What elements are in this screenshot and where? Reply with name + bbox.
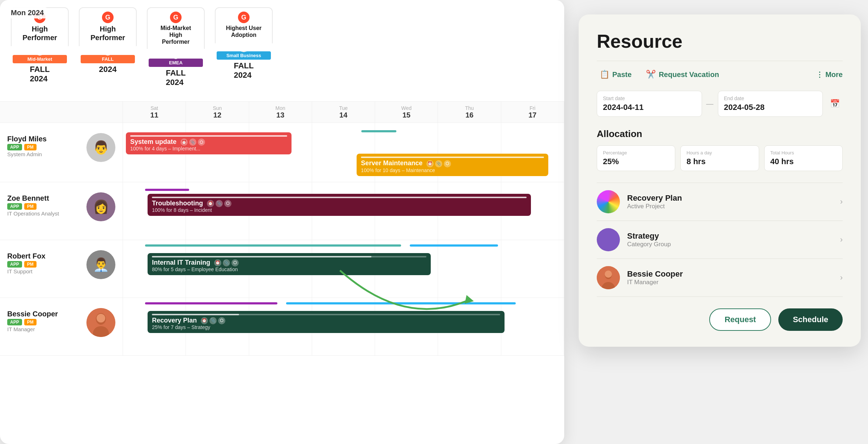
schedule-button[interactable]: Schedule [778,308,843,331]
tag-pm-floyd: PM [24,144,37,150]
end-date-field[interactable]: End date 2024-05-28 [718,91,823,117]
task-server-maintenance[interactable]: Server Maintenance ⏰ 📎 ⬡ 100% for 10 day… [357,154,548,176]
recovery-plan-sub: Active Project [627,203,833,210]
day-mon: Mon 13 [249,101,312,123]
badge-high-performer-fall: G HighPerformer FALL 2024 [75,7,140,74]
list-items: Recovery Plan Active Project › Strategy … [597,183,843,297]
badge-season-4: FALL2024 [234,61,254,80]
g2-logo-3: G [170,12,182,23]
day-sat: Sat 11 [123,101,186,123]
purple-indicator-bessie [145,302,277,304]
task-sub-server-maintenance: 100% for 10 days – Maintenance [361,167,544,173]
badge-highest-user-adoption: G Highest UserAdoption Small Business FA… [211,7,276,80]
tag-pm-bessie: PM [24,319,37,325]
resource-role-robert: IT Support [7,268,81,274]
strategy-chevron: › [840,235,843,244]
more-button[interactable]: ⋮ More [816,70,843,79]
resource-row-floyd: Floyd Miles APP PM System Admin 👨 [0,123,564,182]
start-date-label: Start date [603,95,696,101]
day-headers: Sat 11 Sun 12 Mon 13 Tue 14 Wed 15 Thu 1… [123,101,564,123]
task-internal-training[interactable]: Internal IT Training ⏰ 📎 ⬡ 80% for 5 day… [148,253,431,275]
svg-point-8 [605,270,612,278]
svg-point-3 [97,314,105,323]
task-title-server-maintenance: Server Maintenance ⏰ 📎 ⬡ [361,159,544,167]
timeline-bessie: Recovery Plan ⏰ 📎 ⬡ 25% for 7 days – Str… [123,298,564,355]
paste-icon: 📋 [600,70,609,79]
badge-title-3: Mid-MarketHighPerformer [150,25,201,46]
request-vacation-button[interactable]: ✂️ Request Vacation [643,68,722,81]
badge-title-2: HighPerformer [82,25,133,42]
task-system-update[interactable]: System update ⏰ 📎 ⬡ 100% for 4 days – Im… [126,132,292,154]
day-wed: Wed 15 [375,101,438,123]
blue-indicator-bessie [286,302,515,304]
g2-logo-2: G [102,12,114,23]
request-button[interactable]: Request [709,308,771,331]
badge-season-1: FALL2024 [30,65,50,84]
tag-app-zoe: APP [7,203,22,210]
resource-row-zoe: Zoe Bennett APP PM IT Operations Analyst… [0,182,564,240]
bessie-panel-sub: IT Manager [627,279,833,286]
avatar-robert: 👨‍💼 [86,250,115,279]
paste-button[interactable]: 📋 Paste [597,68,634,81]
tag-pm-robert: PM [24,261,37,268]
resource-role-bessie: IT Manager [7,326,81,332]
badge-title-4: Highest UserAdoption [218,25,269,38]
resource-name-floyd: Floyd Miles [7,135,81,143]
badge-tag-3: EMEA [149,59,203,67]
resource-panel: Resource 📋 Paste ✂️ Request Vacation ⋮ M… [579,14,861,347]
purple-indicator [145,189,189,191]
badge-season-2: 2024 [99,65,117,74]
panel-actions: 📋 Paste ✂️ Request Vacation ⋮ More [597,68,843,81]
recovery-plan-name: Recovery Plan [627,193,833,203]
resource-name-zoe: Zoe Bennett [7,194,81,202]
list-item-recovery-plan[interactable]: Recovery Plan Active Project › [597,183,843,221]
resource-name-robert: Robert Fox [7,252,81,260]
teal-indicator [361,130,397,132]
resource-row-bessie: Bessie Cooper APP PM IT Manager [0,298,564,356]
badge-tag-2: FALL [81,55,135,63]
panel-title: Resource [597,30,843,52]
task-sub-recovery-plan: 25% for 7 days – Strategy [152,324,500,330]
day-fri: Fri 17 [501,101,564,123]
alloc-percentage[interactable]: Percentage 25% [597,145,675,171]
resource-col-header [0,102,123,123]
avatar-bessie [86,308,115,337]
badge-high-performer-midmarket: G HighPerformer Mid-Market FALL2024 [7,7,72,84]
resource-name-bessie: Bessie Cooper [7,310,81,318]
badge-tag-1: Mid-Market [13,55,67,63]
tag-app-bessie: APP [7,319,22,325]
list-item-strategy[interactable]: Strategy Category Group › [597,221,843,259]
allocation-title: Allocation [597,128,843,140]
alloc-hours-day[interactable]: Hours a day 8 hrs [680,145,759,171]
day-thu: Thu 16 [438,101,501,123]
gantt-panel: G HighPerformer Mid-Market FALL2024 G Hi… [0,0,564,444]
calendar-icon[interactable]: 📅 [827,99,843,108]
timeline-robert: Internal IT Training ⏰ 📎 ⬡ 80% for 5 day… [123,240,564,298]
end-date-label: End date [724,95,817,101]
blue-indicator-robert [410,244,498,247]
task-sub-system-update: 100% for 4 days – Implement... [130,146,287,151]
start-date-field[interactable]: Start date 2024-04-11 [597,91,702,117]
task-title-internal-training: Internal IT Training ⏰ 📎 ⬡ [152,259,426,266]
bessie-panel-chevron: › [840,273,843,282]
tag-app-floyd: APP [7,144,22,150]
tag-pm-zoe: PM [24,203,37,210]
tag-app-robert: APP [7,261,22,268]
badge-season-3: FALL2024 [166,68,186,87]
day-tue: Tue 14 [312,101,375,123]
allocation-fields: Percentage 25% Hours a day 8 hrs Total H… [597,145,843,171]
task-troubleshooting[interactable]: Troubleshooting ⏰ 📎 ⬡ 100% for 8 days – … [148,194,531,216]
recovery-plan-info: Recovery Plan Active Project [627,193,833,210]
resource-role-zoe: IT Operations Analyst [7,210,81,217]
vacation-icon: ✂️ [646,70,656,79]
task-recovery-plan[interactable]: Recovery Plan ⏰ 📎 ⬡ 25% for 7 days – Str… [148,311,505,333]
calendar-header: Sat 11 Sun 12 Mon 13 Tue 14 Wed 15 Thu 1… [0,101,564,123]
resource-row-robert: Robert Fox APP PM IT Support 👨‍💼 [0,240,564,298]
alloc-total-hours[interactable]: Total Hours 40 hrs [764,145,843,171]
bessie-panel-info: Bessie Cooper IT Manager [627,269,833,286]
task-title-troubleshooting: Troubleshooting ⏰ 📎 ⬡ [152,200,527,207]
badges-row: G HighPerformer Mid-Market FALL2024 G Hi… [0,0,564,101]
avatar-floyd: 👨 [86,133,115,162]
list-item-bessie-panel[interactable]: Bessie Cooper IT Manager › [597,259,843,297]
bessie-panel-avatar [597,266,620,289]
